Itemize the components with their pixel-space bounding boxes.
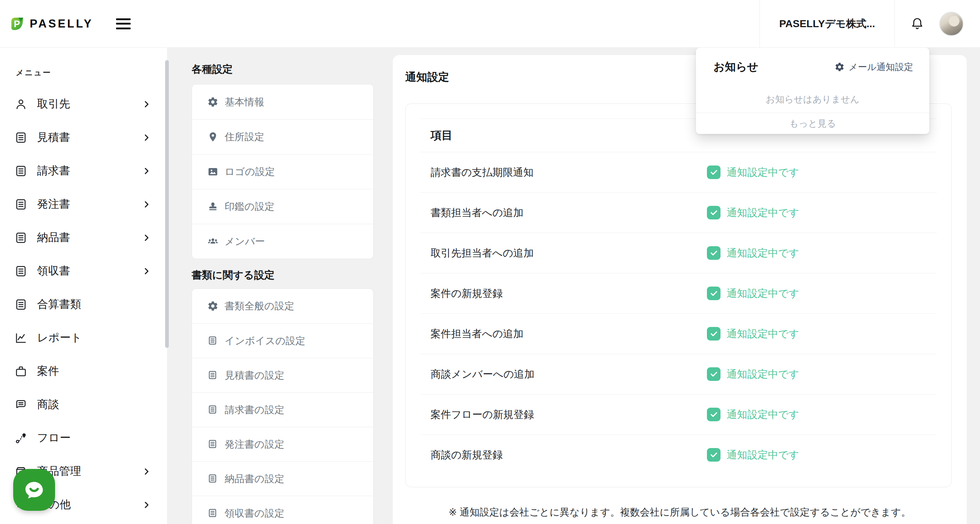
status-label: 通知設定中です [727, 206, 799, 220]
notification-row: 案件フローの新規登録 通知設定中です [420, 394, 937, 435]
sidebar-item-delivery-notes[interactable]: 納品書 [0, 221, 167, 254]
sidebar-item-receipts[interactable]: 領収書 [0, 254, 167, 288]
settings-item-label: 住所設定 [224, 130, 264, 143]
settings-item-address[interactable]: 住所設定 [192, 119, 373, 154]
row-label: 商談の新規登録 [431, 448, 503, 462]
status-label: 通知設定中です [727, 367, 799, 381]
row-label: 請求書の支払期限通知 [431, 165, 534, 179]
settings-item-label: 発注書の設定 [224, 438, 285, 451]
chevron-right-icon [142, 133, 151, 142]
mail-notification-settings-link[interactable]: メール通知設定 [835, 61, 913, 73]
document-icon [207, 404, 218, 415]
notification-note: ※ 通知設定は会社ごとに異なります。複数会社に所属している場合各会社で設定するこ… [393, 506, 967, 519]
sidebar-item-label: 案件 [37, 364, 59, 379]
status-label: 通知設定中です [727, 165, 799, 179]
row-label: 案件担当者への追加 [431, 327, 523, 341]
bell-icon [910, 17, 924, 31]
stamp-icon [207, 201, 218, 212]
notification-status[interactable]: 通知設定中です [707, 233, 799, 273]
user-avatar[interactable] [939, 12, 964, 36]
notification-table: 項目 請求書の支払期限通知 通知設定中です 書類担当者への追加 通知設定中です [405, 103, 952, 487]
person-icon [15, 98, 27, 110]
settings-item-quote-settings[interactable]: 見積書の設定 [192, 358, 373, 392]
checkbox-checked-icon[interactable] [707, 367, 721, 381]
document-icon [15, 165, 27, 177]
settings-item-invoice-system[interactable]: インボイスの設定 [192, 323, 373, 358]
page-title: 通知設定 [405, 70, 449, 85]
notification-status[interactable]: 通知設定中です [707, 193, 799, 233]
checkbox-checked-icon[interactable] [707, 327, 721, 341]
sidebar: メニュー 取引先 見積書 [0, 48, 167, 524]
settings-item-receipt-settings[interactable]: 領収書の設定 [192, 496, 373, 524]
chevron-right-icon [142, 167, 151, 175]
users-icon [207, 236, 218, 247]
sidebar-item-merged-documents[interactable]: 合算書類 [0, 288, 167, 321]
status-label: 通知設定中です [727, 448, 799, 462]
sidebar-item-quotes[interactable]: 見積書 [0, 121, 167, 154]
sidebar-item-flow[interactable]: フロー [0, 421, 167, 455]
settings-item-label: ロゴの設定 [224, 165, 275, 178]
sidebar-item-reports[interactable]: レポート [0, 321, 167, 354]
chat-support-widget[interactable] [13, 469, 55, 511]
status-label: 通知設定中です [727, 327, 799, 341]
chart-icon [15, 332, 27, 344]
settings-item-logo[interactable]: ロゴの設定 [192, 154, 373, 189]
checkbox-checked-icon[interactable] [707, 408, 721, 421]
company-name[interactable]: PASELLYデモ株式... [760, 17, 894, 31]
sidebar-item-projects[interactable]: 案件 [0, 354, 167, 388]
hamburger-menu-icon[interactable] [116, 18, 130, 29]
sidebar-item-label: 納品書 [37, 230, 70, 245]
top-right-group: PASELLYデモ株式... [759, 0, 980, 47]
menu-list: 取引先 見積書 請求書 [0, 87, 167, 521]
settings-item-members[interactable]: メンバー [192, 224, 373, 259]
sidebar-item-clients[interactable]: 取引先 [0, 87, 167, 121]
notification-status[interactable]: 通知設定中です [707, 394, 799, 435]
see-more-link[interactable]: もっと見る [696, 113, 929, 134]
popup-title: お知らせ [714, 59, 758, 75]
chevron-right-icon [142, 100, 151, 109]
settings-item-label: 書類全般の設定 [224, 299, 294, 313]
sidebar-scrollbar[interactable] [165, 60, 169, 348]
status-label: 通知設定中です [727, 246, 799, 260]
settings-item-po-settings[interactable]: 発注書の設定 [192, 427, 373, 461]
image-icon [207, 166, 218, 177]
document-icon [15, 265, 27, 278]
settings-item-seal[interactable]: 印鑑の設定 [192, 189, 373, 224]
settings-item-doc-general[interactable]: 書類全般の設定 [192, 289, 373, 323]
settings-item-delivery-settings[interactable]: 納品書の設定 [192, 461, 373, 496]
settings-nav-card-documents: 書類全般の設定 インボイスの設定 見積書の設定 請求書の設定 発 [192, 288, 374, 524]
mail-settings-label: メール通知設定 [849, 61, 913, 73]
notifications-bell-button[interactable] [895, 17, 939, 31]
app-window: P PASELLY PASELLYデモ株式... [0, 0, 980, 524]
sidebar-item-label: 見積書 [37, 130, 70, 145]
checkbox-checked-icon[interactable] [707, 206, 721, 219]
popup-header: お知らせ メール通知設定 [696, 48, 929, 86]
notification-status[interactable]: 通知設定中です [707, 435, 799, 475]
settings-item-label: 見積書の設定 [224, 369, 285, 382]
chevron-right-icon [142, 200, 151, 209]
status-label: 通知設定中です [727, 408, 799, 422]
settings-item-billing-settings[interactable]: 請求書の設定 [192, 392, 373, 427]
notification-row: 商談の新規登録 通知設定中です [420, 435, 937, 475]
notification-row: 請求書の支払期限通知 通知設定中です [420, 152, 937, 192]
top-bar: P PASELLY PASELLYデモ株式... [0, 0, 980, 48]
checkbox-checked-icon[interactable] [707, 287, 721, 300]
svg-text:P: P [14, 19, 20, 29]
settings-item-basic-info[interactable]: 基本情報 [192, 84, 373, 119]
checkbox-checked-icon[interactable] [707, 246, 721, 260]
sidebar-item-purchase-orders[interactable]: 発注書 [0, 187, 167, 221]
notification-status[interactable]: 通知設定中です [707, 354, 799, 394]
checkbox-checked-icon[interactable] [707, 448, 721, 462]
menu-section-label: メニュー [16, 68, 51, 78]
gear-icon [207, 300, 218, 311]
brand-logo[interactable]: P PASELLY [10, 16, 93, 32]
sidebar-item-label: 商談 [37, 397, 59, 412]
sidebar-item-invoices[interactable]: 請求書 [0, 154, 167, 187]
notification-status[interactable]: 通知設定中です [707, 273, 799, 313]
checkbox-checked-icon[interactable] [707, 165, 721, 179]
sidebar-item-label: 取引先 [37, 97, 70, 111]
notification-status[interactable]: 通知設定中です [707, 152, 799, 192]
sidebar-item-label: 領収書 [37, 264, 70, 278]
notification-status[interactable]: 通知設定中です [707, 314, 799, 354]
sidebar-item-negotiations[interactable]: 商談 [0, 388, 167, 421]
